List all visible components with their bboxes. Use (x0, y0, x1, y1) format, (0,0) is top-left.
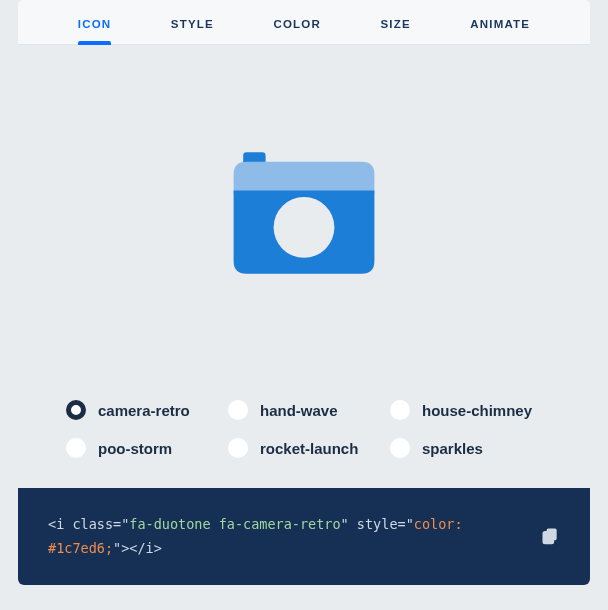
svg-point-1 (274, 197, 335, 258)
radio-icon (390, 400, 410, 420)
tab-color[interactable]: COLOR (273, 0, 321, 44)
tab-style[interactable]: STYLE (171, 0, 214, 44)
option-poo-storm[interactable]: poo-storm (66, 438, 218, 458)
svg-rect-4 (543, 532, 553, 544)
icon-options: camera-retro hand-wave house-chimney poo… (18, 385, 590, 488)
option-rocket-launch[interactable]: rocket-launch (228, 438, 380, 458)
camera-retro-icon (224, 133, 384, 297)
icon-preview-area (18, 45, 590, 385)
option-label: rocket-launch (260, 440, 358, 457)
tab-icon[interactable]: ICON (78, 0, 112, 44)
option-hand-wave[interactable]: hand-wave (228, 400, 380, 420)
copy-button[interactable] (540, 526, 560, 546)
radio-icon (228, 400, 248, 420)
radio-icon (390, 438, 410, 458)
option-sparkles[interactable]: sparkles (390, 438, 542, 458)
option-label: sparkles (422, 440, 483, 457)
tab-size[interactable]: SIZE (380, 0, 410, 44)
code-snippet: <i class="fa-duotone fa-camera-retro" st… (18, 488, 590, 585)
radio-icon (66, 438, 86, 458)
option-camera-retro[interactable]: camera-retro (66, 400, 218, 420)
option-label: poo-storm (98, 440, 172, 457)
code-text: <i class="fa-duotone fa-camera-retro" st… (48, 512, 540, 561)
tab-animate[interactable]: ANIMATE (470, 0, 530, 44)
option-house-chimney[interactable]: house-chimney (390, 400, 542, 420)
radio-icon (66, 400, 86, 420)
radio-icon (228, 438, 248, 458)
tab-bar: ICON STYLE COLOR SIZE ANIMATE (18, 0, 590, 45)
option-label: hand-wave (260, 402, 338, 419)
option-label: house-chimney (422, 402, 532, 419)
option-label: camera-retro (98, 402, 190, 419)
